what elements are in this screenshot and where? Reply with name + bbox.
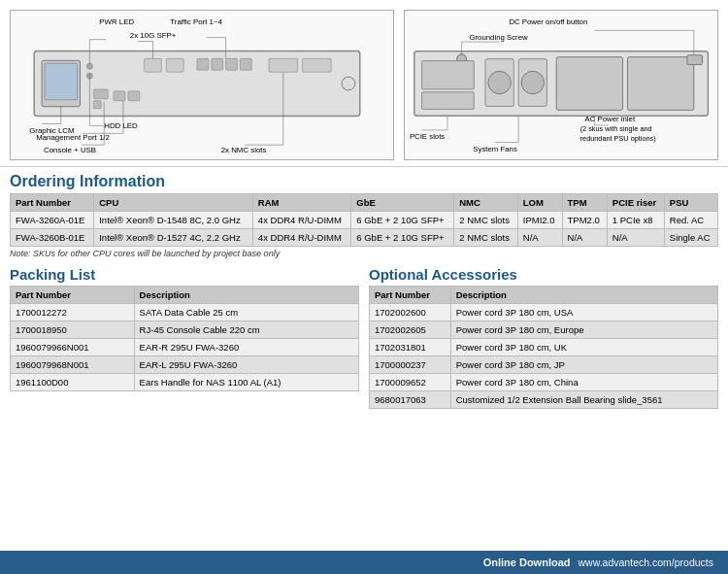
col-gbe: GbE <box>351 194 454 212</box>
accessories-cell: 1700000237 <box>370 356 451 374</box>
accessories-row: 1702002600Power cord 3P 180 cm, USA <box>370 304 718 321</box>
footer-label: Online Download <box>483 557 571 568</box>
ordering-cell: 6 GbE + 2 10G SFP+ <box>351 229 454 247</box>
ordering-cell: 2 NMC slots <box>454 229 518 247</box>
packing-cell: RJ-45 Console Cable 220 cm <box>134 321 358 339</box>
col-psu: PSU <box>664 194 717 212</box>
svg-point-47 <box>488 71 511 93</box>
acc-col-desc: Description <box>450 287 717 304</box>
svg-text:2x 10G SFP+: 2x 10G SFP+ <box>130 31 177 40</box>
packing-list-title: Packing List <box>10 266 359 283</box>
col-nmc: NMC <box>454 194 518 212</box>
svg-text:Console + USB: Console + USB <box>44 146 96 154</box>
svg-text:Traffic Port 1~4: Traffic Port 1~4 <box>170 17 222 26</box>
packing-row: 1700012272SATA Data Cable 25 cm <box>11 304 359 321</box>
svg-rect-45 <box>421 92 474 110</box>
svg-rect-14 <box>240 58 251 70</box>
ordering-cell: Single AC <box>664 229 717 247</box>
svg-text:Management Port 1/2: Management Port 1/2 <box>36 133 110 142</box>
svg-point-17 <box>342 77 355 90</box>
svg-rect-52 <box>687 55 703 65</box>
ordering-cell: FWA-3260B-01E <box>11 229 94 247</box>
front-panel-diagram: Graphic LCM PWR LED 2x 10G SFP+ Traffic … <box>10 10 394 160</box>
accessories-cell: 1702002605 <box>370 321 451 339</box>
footer: Online Download www.advantech.com/produc… <box>0 551 728 574</box>
accessories-cell: Power cord 3P 180 cm, UK <box>450 339 717 356</box>
packing-row: 1700018950RJ-45 Console Cable 220 cm <box>11 321 359 339</box>
packing-row: 1961100D00Ears Handle for NAS 1100 AL (A… <box>11 374 359 391</box>
accessories-row: 1702031801Power cord 3P 180 cm, UK <box>370 339 718 356</box>
svg-rect-9 <box>145 58 162 72</box>
svg-rect-11 <box>197 58 209 70</box>
svg-rect-8 <box>128 91 140 101</box>
svg-text:PWR LED: PWR LED <box>99 17 134 26</box>
ordering-cell: Intel® Xeon® D-1527 4C, 2.2 GHz <box>94 229 253 247</box>
col-part-number: Part Number <box>11 194 94 212</box>
footer-url: www.advantech.com/products <box>579 557 713 568</box>
col-ram: RAM <box>252 194 350 212</box>
packing-list-table: Part Number Description 1700012272SATA D… <box>10 286 359 391</box>
accessories-cell: 1702031801 <box>370 339 451 356</box>
optional-accessories-section: Optional Accessories Part Number Descrip… <box>369 266 718 409</box>
ordering-cell: 6 GbE + 2 10G SFP+ <box>351 212 454 229</box>
packing-list-header: Part Number Description <box>11 287 359 304</box>
packing-col-desc: Description <box>134 287 358 304</box>
optional-accessories-table: Part Number Description 1702002600Power … <box>369 286 718 409</box>
diagrams-section: Graphic LCM PWR LED 2x 10G SFP+ Traffic … <box>0 0 728 167</box>
svg-text:HDD LED: HDD LED <box>104 121 138 130</box>
ordering-note: Note: SKUs for other CPU cores will be l… <box>0 247 728 262</box>
svg-rect-7 <box>114 91 125 101</box>
ordering-title: Ordering Information <box>0 167 728 193</box>
svg-text:2x NMC slots: 2x NMC slots <box>221 146 267 154</box>
packing-col-part: Part Number <box>11 287 135 304</box>
col-pcie-riser: PCIE riser <box>607 194 664 212</box>
ordering-cell: Red. AC <box>664 212 717 229</box>
col-cpu: CPU <box>94 194 253 212</box>
svg-rect-13 <box>226 58 238 70</box>
packing-cell: 1960079968N001 <box>11 356 135 374</box>
ordering-cell: TPM2.0 <box>562 212 607 229</box>
packing-row: 1960079966N001EAR-R 295U FWA-3260 <box>11 339 359 356</box>
svg-rect-2 <box>45 63 78 100</box>
rear-panel-diagram: DC Power on/off button Grounding Screw P… <box>404 10 718 160</box>
svg-text:System Fans: System Fans <box>473 145 517 153</box>
ordering-cell: N/A <box>607 229 664 247</box>
accessories-cell: Customized 1/2 Extension Ball Bearing sl… <box>450 391 717 409</box>
accessories-cell: 1700009652 <box>370 374 451 391</box>
svg-text:Grounding Screw: Grounding Screw <box>469 33 528 42</box>
svg-rect-50 <box>556 57 622 111</box>
accessories-cell: Power cord 3P 180 cm, China <box>450 374 717 391</box>
acc-col-part: Part Number <box>370 287 451 304</box>
optional-accessories-title: Optional Accessories <box>369 266 718 283</box>
svg-rect-16 <box>303 58 332 72</box>
ordering-cell: 2 NMC slots <box>454 212 518 229</box>
accessories-header: Part Number Description <box>370 287 718 304</box>
ordering-cell: IPMI2.0 <box>517 212 562 229</box>
packing-cell: 1961100D00 <box>11 374 135 391</box>
ordering-row: FWA-3260B-01EIntel® Xeon® D-1527 4C, 2.2… <box>11 229 718 247</box>
svg-rect-44 <box>421 61 474 89</box>
ordering-cell: 1 PCIe x8 <box>607 212 664 229</box>
accessories-cell: Power cord 3P 180 cm, JP <box>450 356 717 374</box>
ordering-cell: N/A <box>517 229 562 247</box>
packing-cell: EAR-L 295U FWA-3260 <box>134 356 358 374</box>
packing-cell: Ears Handle for NAS 1100 AL (A1) <box>134 374 358 391</box>
ordering-cell: Intel® Xeon® D-1548 8C, 2.0 GHz <box>94 212 253 229</box>
svg-text:AC Power inlet: AC Power inlet <box>584 115 635 123</box>
accessories-cell: Power cord 3P 180 cm, USA <box>450 304 717 321</box>
col-lom: LOM <box>517 194 562 212</box>
packing-list-section: Packing List Part Number Description 170… <box>10 266 359 409</box>
packing-cell: SATA Data Cable 25 cm <box>134 304 358 321</box>
ordering-table: Part Number CPU RAM GbE NMC LOM TPM PCIE… <box>10 193 718 247</box>
ordering-cell: 4x DDR4 R/U-DIMM <box>252 229 350 247</box>
ordering-cell: FWA-3260A-01E <box>11 212 94 229</box>
svg-rect-6 <box>93 101 101 109</box>
ordering-cell: 4x DDR4 R/U-DIMM <box>252 212 350 229</box>
svg-text:PCIE slots: PCIE slots <box>410 132 445 141</box>
accessories-row: 9680017063Customized 1/2 Extension Ball … <box>370 391 718 409</box>
accessories-cell: 9680017063 <box>370 391 451 409</box>
accessories-row: 1702002605Power cord 3P 180 cm, Europe <box>370 321 718 339</box>
svg-point-49 <box>521 71 544 93</box>
ordering-cell: N/A <box>562 229 607 247</box>
svg-text:(2 skus with single and: (2 skus with single and <box>579 124 651 133</box>
